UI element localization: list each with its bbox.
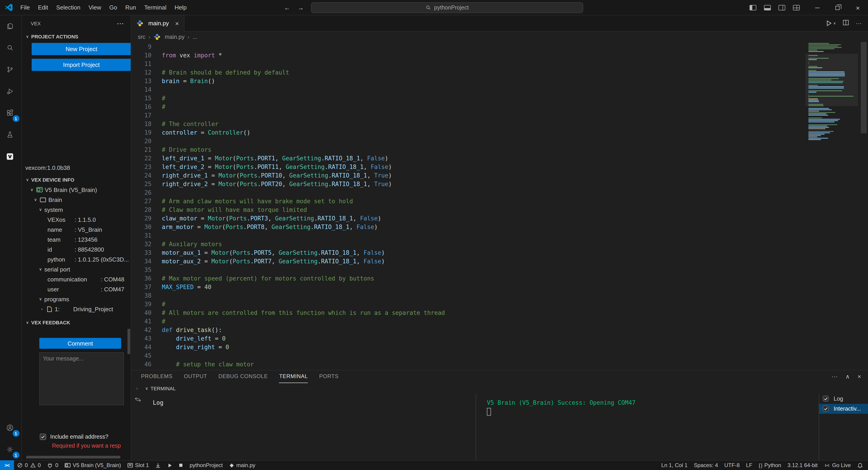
breadcrumb-main-py[interactable]: main.py [153, 33, 185, 40]
menu-help[interactable]: Help [170, 0, 191, 15]
activity-explorer[interactable] [0, 15, 22, 37]
menu-selection[interactable]: Selection [52, 0, 85, 15]
email-checkbox[interactable] [40, 434, 46, 440]
tree-row-team[interactable]: team: 123456 [22, 234, 131, 244]
sidebar-horizontal-scrollbar[interactable] [26, 456, 120, 459]
notifications-bell[interactable] [854, 460, 866, 470]
activity-source-control[interactable] [0, 59, 22, 80]
menu-view[interactable]: View [85, 0, 105, 15]
minimap-line [808, 112, 835, 113]
close-tab-icon[interactable]: × [175, 20, 179, 27]
comment-button[interactable]: Comment [39, 338, 121, 349]
activity-manage[interactable]: 1 [0, 438, 22, 460]
close-panel-icon[interactable]: × [858, 373, 861, 380]
section-device-info[interactable]: ∨ VEX DEVICE INFO [24, 175, 74, 185]
panel-tab-output[interactable]: OUTPUT [184, 370, 207, 383]
menu-edit[interactable]: Edit [34, 0, 52, 15]
restore-button[interactable] [827, 0, 848, 15]
panel-tab-problems[interactable]: PROBLEMS [141, 370, 173, 383]
tree-row-id[interactable]: id: 88542800 [22, 244, 131, 254]
editor-more-actions-icon[interactable]: ··· [856, 20, 862, 27]
minimap[interactable] [808, 43, 855, 140]
swap-panes-icon[interactable] [135, 396, 141, 403]
more-actions-icon[interactable]: ··· [117, 20, 124, 27]
feedback-message-input[interactable] [39, 352, 124, 405]
run-python-file-button[interactable]: ∨ [826, 20, 836, 27]
section-project-actions[interactable]: ∨ PROJECT ACTIONS [24, 32, 78, 41]
back-button[interactable]: ← [284, 4, 290, 11]
tree-label: serial port [44, 266, 70, 273]
code-token: RATIO_18_1 [332, 181, 367, 188]
new-project-button[interactable]: New Project [32, 43, 131, 55]
panel-tab-debug-console[interactable]: DEBUG CONSOLE [218, 370, 268, 383]
terminal-pane-divider[interactable] [475, 394, 476, 460]
encoding-status[interactable]: UTF-8 [721, 460, 743, 470]
go-live-status[interactable]: Go Live [821, 460, 854, 470]
panel-tab-terminal[interactable]: TERMINAL [279, 370, 308, 383]
activity-accounts[interactable]: 1 [0, 417, 22, 438]
tree-row-name[interactable]: name: V5_Brain [22, 225, 131, 234]
terminal-list-item-interactiv[interactable]: Interactiv... [819, 404, 868, 413]
tree-row-v5-brain-v5-brain[interactable]: ∨V5 Brain (V5_Brain) [22, 185, 131, 195]
menu-terminal[interactable]: Terminal [140, 0, 170, 15]
cursor-position-status[interactable]: Ln 1, Col 1 [658, 460, 690, 470]
tree-row-1[interactable]: ›1:Driving_Project [22, 304, 131, 314]
code-token: ) [374, 224, 378, 230]
language-status[interactable]: { }Python [755, 460, 784, 470]
panel-tab-ports[interactable]: PORTS [319, 370, 339, 383]
menu-go[interactable]: Go [105, 0, 121, 15]
command-center-search[interactable]: pythonProject [311, 2, 583, 13]
import-project-button[interactable]: Import Project [32, 59, 131, 71]
vex-play-button[interactable] [164, 460, 176, 470]
forward-button[interactable]: → [298, 4, 304, 11]
python-version-status[interactable]: 3.12.1 64-bit [784, 460, 821, 470]
activity-testing[interactable] [0, 124, 22, 145]
vex-stop-button[interactable] [176, 460, 186, 470]
problems-status[interactable]: 00 [14, 460, 44, 470]
breadcrumb-src[interactable]: src [138, 34, 145, 40]
project-name-status[interactable]: pythonProject [186, 460, 226, 470]
tree-row-serial-port[interactable]: ∨serial port [22, 264, 131, 274]
editor-vertical-scrollbar[interactable] [861, 42, 867, 133]
tree-row-user[interactable]: user: COM47 [22, 284, 131, 294]
activity-search[interactable] [0, 37, 22, 59]
program-name-status[interactable]: main.py [226, 460, 258, 470]
terminal-list-item-log[interactable]: Log [819, 394, 868, 404]
vex-slot-status[interactable]: Slot 1 [124, 460, 152, 470]
breadcrumb-symbol[interactable]: ... [193, 34, 197, 40]
terminal-group-header[interactable]: › ∨ TERMINAL [131, 383, 868, 394]
toggle-secondary-sidebar-icon[interactable] [778, 5, 785, 10]
tree-row-system[interactable]: ∨system [22, 205, 131, 214]
panel-more-actions-icon[interactable]: ··· [831, 373, 838, 380]
indentation-status[interactable]: Spaces: 4 [691, 460, 721, 470]
code-token: RATIO_18_1 [332, 172, 367, 179]
activity-run-and-debug[interactable] [0, 80, 22, 102]
tree-row-programs[interactable]: ∨programs [22, 294, 131, 304]
code-editor[interactable]: 910from vex import *1112# Brain should b… [131, 42, 868, 370]
tree-row-python[interactable]: python: 1.0.1.25 (0x5C3D... [22, 254, 131, 264]
tree-row-vexos[interactable]: VEXos: 1.1.5.0 [22, 214, 131, 225]
minimize-button[interactable] [807, 0, 827, 15]
vex-download-button[interactable] [152, 460, 164, 470]
menu-run[interactable]: Run [121, 0, 140, 15]
terminal-body[interactable]: Log V5 Brain (V5_Brain) Success: Opening… [131, 394, 868, 460]
activity-vex[interactable] [0, 145, 22, 167]
remote-indicator[interactable]: >< [0, 460, 14, 470]
activity-extensions[interactable]: 1 [0, 102, 22, 124]
tree-row-brain[interactable]: ∨Brain [22, 195, 131, 205]
section-feedback[interactable]: ∨ VEX FEEDBACK [24, 317, 70, 328]
close-button[interactable]: × [848, 0, 868, 15]
code-token: = [197, 129, 208, 136]
tree-row-communication[interactable]: communication: COM48 [22, 274, 131, 284]
split-editor-icon[interactable] [843, 20, 849, 27]
toggle-sidebar-icon[interactable] [749, 5, 756, 10]
toggle-panel-icon[interactable] [764, 5, 771, 10]
maximize-panel-icon[interactable]: ∧ [845, 373, 850, 380]
tab-main-py[interactable]: main.py × [131, 15, 184, 31]
vex-device-status[interactable]: V5 Brain (V5_Brain) [61, 460, 124, 470]
menu-file[interactable]: File [16, 0, 34, 15]
eol-status[interactable]: LF [743, 460, 755, 470]
customize-layout-icon[interactable] [793, 5, 800, 10]
ports-status[interactable]: 0 [44, 460, 61, 470]
sidebar-vertical-scrollbar[interactable] [127, 329, 130, 354]
